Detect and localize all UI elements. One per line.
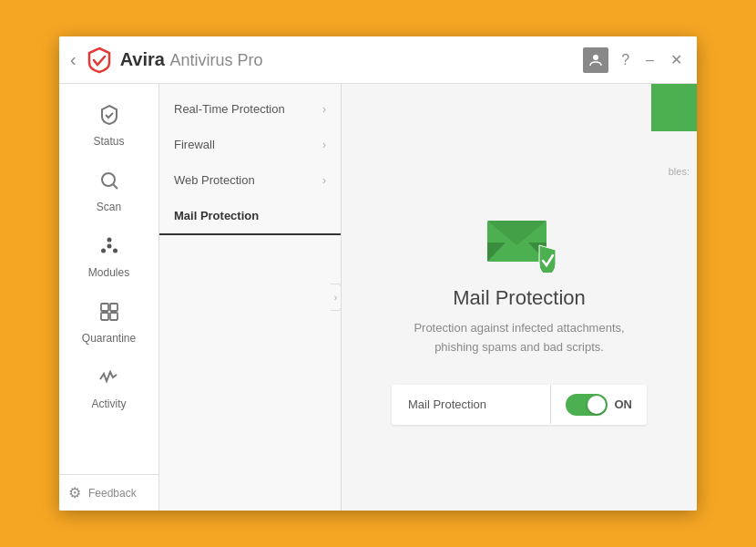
mail-protection-toggle[interactable]	[566, 394, 608, 416]
svg-rect-7	[101, 304, 108, 311]
quarantine-label: Quarantine	[82, 332, 136, 345]
activity-label: Activity	[91, 397, 126, 410]
svg-point-4	[101, 249, 106, 253]
app-title: Avira Antivirus Pro	[120, 49, 263, 70]
sidebar-item-modules[interactable]: Modules	[59, 224, 158, 290]
content-panel: Mail Protection Protection against infec…	[342, 84, 697, 511]
sidebar-footer[interactable]: ⚙ Feedback	[59, 474, 158, 511]
settings-gear-icon: ⚙	[68, 484, 81, 501]
svg-point-5	[113, 249, 117, 253]
nav-item-mail-protection[interactable]: Mail Protection	[159, 198, 341, 235]
toggle-on-label: ON	[615, 397, 633, 411]
chevron-right-icon: ›	[322, 174, 326, 187]
nav-item-web-protection[interactable]: Web Protection ›	[159, 162, 341, 198]
svg-point-6	[107, 244, 111, 249]
svg-rect-9	[101, 313, 108, 320]
quarantine-icon	[98, 301, 120, 328]
sidebar-item-scan[interactable]: Scan	[59, 159, 158, 224]
scan-icon	[98, 170, 120, 197]
toggle-label: Mail Protection	[392, 385, 551, 424]
chevron-right-icon: ›	[322, 103, 326, 116]
feedback-label: Feedback	[88, 487, 137, 500]
toggle-section: ON	[551, 385, 648, 425]
svg-point-0	[593, 55, 598, 60]
user-icon-button[interactable]	[583, 47, 608, 73]
svg-point-3	[107, 238, 111, 243]
window-controls: ? – ✕	[583, 47, 686, 73]
minimize-button[interactable]: –	[642, 50, 658, 70]
sidebar-item-quarantine[interactable]: Quarantine	[59, 290, 158, 356]
scan-label: Scan	[97, 201, 121, 213]
chevron-right-icon: ›	[322, 139, 326, 151]
sidebar-item-activity[interactable]: Activity	[59, 356, 158, 421]
content-body: Mail Protection Protection against infec…	[342, 119, 697, 511]
close-button[interactable]: ✕	[667, 49, 686, 70]
svg-rect-10	[110, 313, 117, 320]
sidebar-item-status[interactable]: Status	[59, 93, 158, 159]
activity-icon	[98, 366, 120, 394]
nav-item-firewall[interactable]: Firewall ›	[159, 127, 341, 162]
sidebar: Status Scan	[59, 84, 159, 511]
status-icon	[98, 104, 120, 131]
modules-label: Modules	[88, 266, 129, 279]
titlebar: ‹ Avira Antivirus Pro ? – ✕	[59, 36, 697, 84]
app-window: ‹ Avira Antivirus Pro ? – ✕	[59, 36, 697, 511]
secondary-nav: Real-Time Protection › Firewall › Web Pr…	[159, 84, 342, 511]
mail-protection-icon	[483, 204, 556, 268]
svg-point-1	[102, 173, 115, 186]
avira-logo	[86, 46, 113, 74]
content-description: Protection against infected attachments,…	[414, 319, 624, 357]
nav-collapse-handle[interactable]: ›	[331, 284, 342, 311]
status-label: Status	[93, 135, 124, 148]
nav-item-real-time[interactable]: Real-Time Protection ›	[159, 91, 341, 127]
modules-icon	[98, 235, 120, 263]
mail-protection-toggle-row: Mail Protection ON	[392, 385, 647, 425]
help-button[interactable]: ?	[618, 50, 633, 70]
content-header	[342, 84, 697, 119]
back-button[interactable]: ‹	[70, 49, 77, 70]
main-layout: Status Scan	[59, 84, 697, 511]
content-title: Mail Protection	[453, 286, 586, 310]
svg-line-2	[113, 185, 117, 190]
svg-rect-8	[110, 304, 117, 311]
